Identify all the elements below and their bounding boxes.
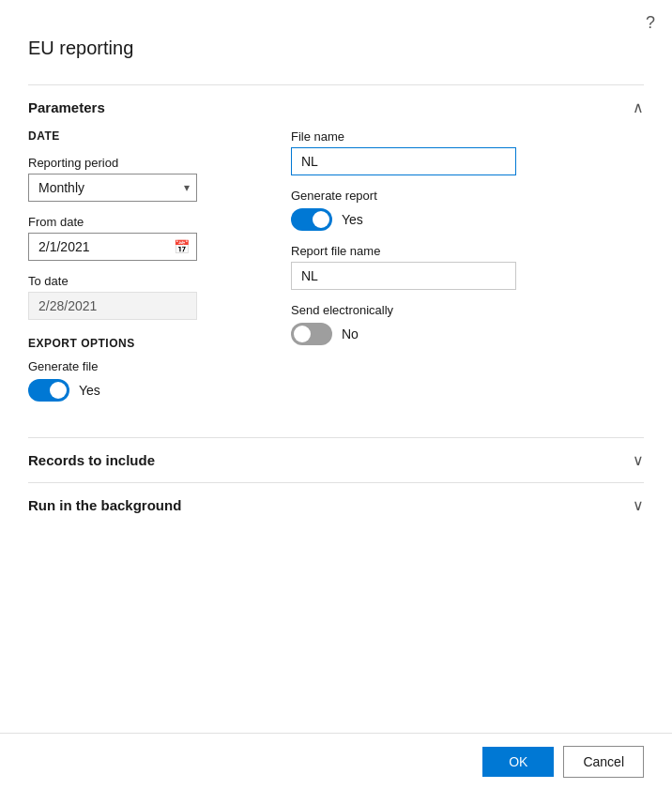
reporting-period-label: Reporting period [28, 156, 253, 170]
generate-report-value: Yes [342, 212, 363, 227]
run-in-background-title: Run in the background [28, 497, 181, 513]
generate-file-field: Generate file Yes [28, 359, 253, 402]
from-date-wrapper: 📅 [28, 233, 197, 261]
bottom-bar: OK Cancel [0, 733, 672, 789]
report-file-name-field: Report file name [291, 244, 644, 290]
right-column: File name Generate report Yes [291, 129, 644, 415]
run-in-background-section: Run in the background ∨ [28, 482, 644, 527]
file-name-field: File name [291, 129, 644, 175]
records-to-include-section: Records to include ∨ [28, 437, 644, 482]
send-electronically-value: No [342, 326, 359, 341]
generate-file-value: Yes [79, 383, 100, 398]
left-column: DATE Reporting period Monthly Daily Quar… [28, 129, 253, 415]
to-date-label: To date [28, 274, 253, 288]
send-electronically-toggle-row: No [291, 323, 644, 345]
generate-report-toggle[interactable] [291, 208, 332, 231]
records-to-include-chevron: ∨ [633, 451, 644, 469]
from-date-input[interactable] [28, 233, 197, 261]
export-options-label: EXPORT OPTIONS [28, 337, 253, 350]
ok-button[interactable]: OK [482, 747, 554, 777]
report-file-name-input[interactable] [291, 262, 516, 290]
file-name-input[interactable] [291, 147, 516, 175]
send-electronically-toggle[interactable] [291, 323, 332, 345]
date-group-label: DATE [28, 129, 253, 143]
generate-report-field: Generate report Yes [291, 189, 644, 231]
cancel-button[interactable]: Cancel [563, 746, 644, 778]
parameters-title: Parameters [28, 99, 105, 115]
records-to-include-title: Records to include [28, 452, 155, 468]
run-in-background-header[interactable]: Run in the background ∨ [28, 483, 644, 527]
generate-file-label: Generate file [28, 359, 253, 373]
generate-report-label: Generate report [291, 189, 644, 203]
parameters-chevron: ∧ [633, 99, 644, 116]
generate-report-toggle-row: Yes [291, 208, 644, 231]
parameters-section: Parameters ∧ DATE Reporting period Month… [28, 84, 644, 437]
help-icon[interactable]: ? [646, 13, 655, 33]
calendar-icon[interactable]: 📅 [174, 239, 190, 254]
report-file-name-label: Report file name [291, 244, 644, 258]
from-date-field: From date 📅 [28, 215, 253, 261]
parameters-header[interactable]: Parameters ∧ [28, 85, 644, 129]
generate-report-slider [291, 208, 332, 231]
generate-file-slider [28, 379, 69, 402]
run-in-background-chevron: ∨ [633, 496, 644, 514]
generate-file-toggle-row: Yes [28, 379, 253, 402]
generate-file-toggle[interactable] [28, 379, 69, 402]
to-date-field: To date [28, 274, 253, 320]
reporting-period-select-wrapper[interactable]: Monthly Daily Quarterly Yearly ▾ [28, 174, 197, 202]
to-date-input [28, 292, 197, 320]
records-to-include-header[interactable]: Records to include ∨ [28, 438, 644, 482]
main-content: Parameters ∧ DATE Reporting period Month… [0, 84, 672, 733]
reporting-period-select[interactable]: Monthly Daily Quarterly Yearly [28, 174, 197, 202]
send-electronically-field: Send electronically No [291, 303, 644, 345]
page-title: EU reporting [28, 38, 133, 59]
reporting-period-field: Reporting period Monthly Daily Quarterly… [28, 156, 253, 202]
from-date-label: From date [28, 215, 253, 229]
parameters-body: DATE Reporting period Monthly Daily Quar… [28, 129, 644, 437]
send-electronically-label: Send electronically [291, 303, 644, 317]
file-name-label: File name [291, 129, 644, 144]
send-electronically-slider [291, 323, 332, 345]
